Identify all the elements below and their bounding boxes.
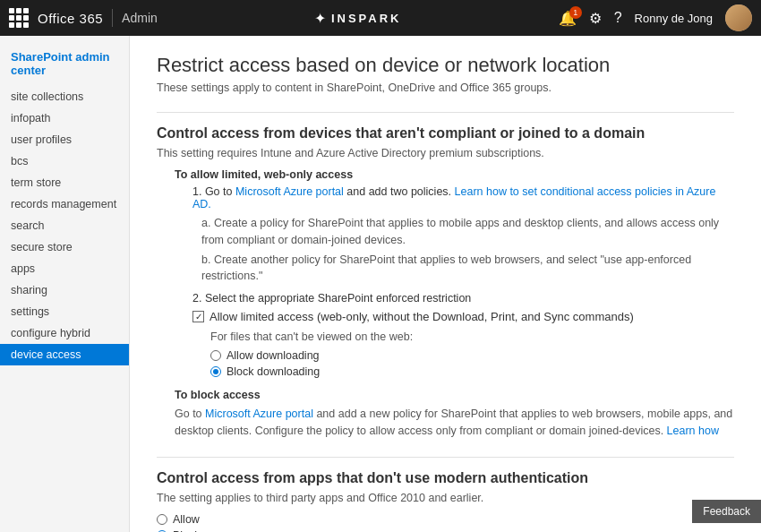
azure-portal-link2[interactable]: Microsoft Azure portal bbox=[205, 408, 313, 420]
allow-limited-checkbox[interactable]: ✓ bbox=[192, 311, 204, 322]
logo-text: INSPARK bbox=[331, 12, 402, 25]
main-layout: SharePoint admin center site collections… bbox=[0, 36, 761, 532]
allow-limited-checkbox-row: ✓ Allow limited access (web-only, withou… bbox=[192, 310, 734, 323]
gear-icon: ⚙ bbox=[589, 11, 602, 26]
radio-allow-label: Allow downloading bbox=[227, 349, 320, 362]
allow-radio[interactable] bbox=[157, 514, 167, 525]
section1-body: To allow limited, web-only access 1. Go … bbox=[175, 168, 734, 439]
azure-portal-link1[interactable]: Microsoft Azure portal bbox=[235, 185, 344, 198]
step1-prefix: 1. Go to bbox=[192, 185, 235, 198]
waffle-menu[interactable] bbox=[9, 8, 29, 28]
sidebar-item-search[interactable]: search bbox=[0, 215, 129, 236]
allow-label: To allow limited, web-only access bbox=[175, 168, 734, 181]
allow-downloading-radio[interactable] bbox=[210, 350, 221, 361]
section2-heading: Control access from apps that don't use … bbox=[157, 457, 734, 486]
admin-label: Admin bbox=[122, 11, 158, 25]
sidebar-item-user-profiles[interactable]: user profiles bbox=[0, 129, 129, 150]
logo-star-icon: ✦ bbox=[314, 10, 328, 27]
section1-desc: This setting requires Intune and Azure A… bbox=[157, 147, 734, 159]
section1-heading: Control access from devices that aren't … bbox=[157, 112, 734, 142]
step2-row: 2. Select the appropriate SharePoint enf… bbox=[192, 292, 734, 305]
notes-block: a. Create a policy for SharePoint that a… bbox=[201, 215, 734, 285]
sidebar-item-bcs[interactable]: bcs bbox=[0, 150, 129, 172]
block-access-text: Go to Microsoft Azure portal and add a n… bbox=[175, 406, 734, 440]
block-downloading-radio[interactable] bbox=[210, 366, 221, 377]
user-name: Ronny de Jong bbox=[635, 12, 713, 25]
checkbox-label: Allow limited access (web-only, without … bbox=[209, 310, 634, 323]
step1-after: and add two policies. bbox=[344, 185, 455, 198]
sidebar-item-term-store[interactable]: term store bbox=[0, 172, 129, 193]
checkmark-icon: ✓ bbox=[195, 312, 202, 322]
user-avatar[interactable] bbox=[725, 4, 752, 31]
help-button[interactable]: ? bbox=[614, 10, 622, 26]
feedback-button[interactable]: Feedback bbox=[692, 500, 761, 523]
block-access-section: To block access Go to Microsoft Azure po… bbox=[175, 389, 734, 440]
radio-selected-dot bbox=[213, 369, 218, 374]
help-icon: ? bbox=[614, 10, 622, 25]
sidebar-item-settings[interactable]: settings bbox=[0, 301, 129, 322]
files-block: For files that can't be viewed on the we… bbox=[210, 329, 734, 378]
sidebar-item-sharing[interactable]: sharing bbox=[0, 279, 129, 301]
notification-bell[interactable]: 🔔 1 bbox=[559, 10, 577, 27]
sidebar-item-configure-hybrid[interactable]: configure hybrid bbox=[0, 322, 129, 344]
section2: Control access from apps that don't use … bbox=[157, 457, 734, 532]
logo-area: ✦ INSPARK bbox=[158, 10, 559, 27]
radio-allow-text: Allow bbox=[173, 513, 200, 526]
sidebar: SharePoint admin center site collections… bbox=[0, 36, 130, 532]
nav-right: 🔔 1 ⚙ ? Ronny de Jong bbox=[559, 4, 752, 31]
note-a: a. Create a policy for SharePoint that a… bbox=[201, 215, 734, 249]
page-subtitle: These settings apply to content in Share… bbox=[157, 82, 734, 94]
radio-allow-row: Allow bbox=[157, 513, 734, 526]
step2-text: 2. Select the appropriate SharePoint enf… bbox=[192, 292, 471, 305]
page-title: Restrict access based on device or netwo… bbox=[157, 54, 734, 77]
radio-block-label: Block downloading bbox=[227, 365, 320, 378]
sidebar-item-records-management[interactable]: records management bbox=[0, 193, 129, 215]
learn-how-link2[interactable]: Learn how bbox=[667, 425, 719, 437]
block-prefix: Go to bbox=[175, 408, 205, 420]
sidebar-item-device-access[interactable]: device access bbox=[0, 344, 129, 365]
note-b: b. Create another policy for SharePoint … bbox=[201, 252, 734, 286]
radio-block-downloading: Block downloading bbox=[210, 365, 734, 378]
for-files-label: For files that can't be viewed on the we… bbox=[210, 329, 734, 346]
sidebar-item-apps[interactable]: apps bbox=[0, 258, 129, 279]
top-nav: Office 365 Admin ✦ INSPARK 🔔 1 ⚙ ? Ronny… bbox=[0, 0, 761, 36]
checkbox-row-wrapper: ✓ Allow limited access (web-only, withou… bbox=[192, 310, 734, 378]
sidebar-item-secure-store[interactable]: secure store bbox=[0, 236, 129, 258]
settings-gear[interactable]: ⚙ bbox=[589, 10, 602, 27]
sidebar-title: SharePoint admin center bbox=[0, 45, 129, 86]
nav-divider bbox=[112, 9, 113, 27]
avatar-image bbox=[725, 4, 752, 31]
sidebar-item-infopath[interactable]: infopath bbox=[0, 107, 129, 129]
section2-desc: The setting applies to third party apps … bbox=[157, 492, 734, 504]
app-title: Office 365 bbox=[38, 11, 103, 26]
sidebar-item-site-collections[interactable]: site collections bbox=[0, 86, 129, 107]
notification-badge: 1 bbox=[569, 6, 582, 19]
block-access-label: To block access bbox=[175, 389, 734, 401]
step1-row: 1. Go to Microsoft Azure portal and add … bbox=[192, 185, 734, 210]
radio-allow-downloading: Allow downloading bbox=[210, 349, 734, 362]
main-content: Restrict access based on device or netwo… bbox=[130, 36, 761, 532]
